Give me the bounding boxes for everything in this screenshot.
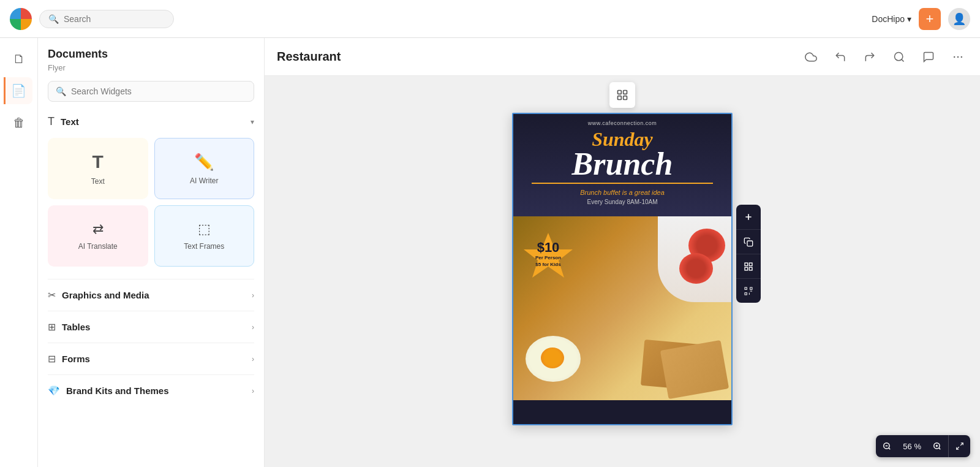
topbar: 🔍 DocHipo ▾ + 👤 (0, 0, 980, 38)
svg-line-25 (889, 448, 891, 450)
price-badge-wrapper: $10 Per Person $5 for Kids (521, 230, 576, 287)
icon-sidebar: 🗋 📄 🗑 (0, 38, 38, 467)
canvas-toolbar: Restaurant (265, 38, 980, 76)
grid-tool-btn[interactable] (736, 254, 761, 278)
graphics-media-header[interactable]: ✂ Graphics and Media › (48, 288, 254, 302)
egg-yolk (541, 347, 564, 368)
redo-icon[interactable] (860, 47, 880, 67)
flyer[interactable]: www.cafeconnection.com Sunday Brunch Bru… (512, 113, 733, 425)
svg-line-1 (902, 59, 904, 61)
canvas-content[interactable]: www.cafeconnection.com Sunday Brunch Bru… (265, 76, 980, 467)
widget-text-card[interactable]: T Text (48, 138, 148, 199)
fullscreen-button[interactable] (948, 435, 970, 457)
svg-rect-8 (624, 96, 627, 100)
brand-kits-chevron: › (252, 387, 254, 395)
forms-label: Forms (62, 354, 90, 364)
global-search-input[interactable] (64, 14, 162, 24)
widget-ai-writer-card[interactable]: ✏️ AI Writer (154, 138, 255, 199)
flyer-container[interactable]: www.cafeconnection.com Sunday Brunch Bru… (512, 113, 733, 425)
widget-ai-translate-card[interactable]: ⇄ AI Translate (48, 205, 148, 267)
svg-rect-12 (745, 263, 748, 266)
svg-rect-15 (749, 267, 752, 270)
widget-search-input[interactable] (71, 86, 246, 96)
tables-chevron: › (252, 323, 254, 332)
text-frames-card-label: Text Frames (184, 242, 224, 251)
more-options-icon[interactable] (948, 47, 968, 67)
forms-section: ⊟ Forms › (48, 343, 254, 374)
user-avatar[interactable]: 👤 (948, 8, 970, 30)
canvas-top-tool[interactable] (609, 82, 635, 108)
search-canvas-icon[interactable] (889, 47, 909, 67)
text-card-icon: T (92, 151, 104, 172)
cloud-save-icon[interactable] (801, 47, 821, 67)
forms-header[interactable]: ⊟ Forms › (48, 352, 254, 366)
document-title: Restaurant (277, 50, 341, 64)
graphics-media-chevron: › (252, 291, 254, 300)
flyer-divider (532, 183, 713, 184)
text-section-chevron: ▾ (251, 118, 254, 126)
section-left: 💎 Brand Kits and Themes (48, 385, 169, 397)
section-header-left: T Text (48, 115, 79, 128)
text-section-title: Text (61, 116, 79, 127)
tables-label: Tables (62, 322, 90, 332)
svg-line-28 (939, 448, 941, 450)
svg-rect-6 (624, 91, 627, 94)
brand-kits-label: Brand Kits and Themes (66, 385, 169, 396)
forms-icon: ⊟ (48, 353, 56, 365)
tables-header[interactable]: ⊞ Tables › (48, 320, 254, 334)
zoom-controls: 56 % (876, 435, 970, 457)
text-section-header[interactable]: T Text ▾ (48, 114, 254, 129)
comment-icon[interactable] (919, 47, 938, 67)
food-bg: $10 Per Person $5 for Kids (513, 216, 731, 400)
chevron-down-icon: ▾ (907, 14, 911, 24)
ai-translate-card-label: AI Translate (78, 242, 118, 251)
undo-icon[interactable] (831, 47, 850, 67)
zoom-in-button[interactable] (926, 435, 948, 457)
panel-subtitle: Flyer (48, 63, 254, 72)
section-left: ✂ Graphics and Media (48, 289, 149, 301)
flyer-brunch: Brunch (513, 150, 731, 179)
add-tool-btn[interactable] (736, 205, 761, 229)
svg-rect-5 (618, 91, 622, 94)
widget-search-box[interactable]: 🔍 (48, 81, 254, 102)
widget-text-frames-card[interactable]: ⬚ Text Frames (154, 205, 255, 267)
global-search-box[interactable]: 🔍 (39, 10, 174, 28)
svg-line-32 (956, 447, 959, 449)
app-logo[interactable] (10, 8, 32, 30)
copy-tool-btn[interactable] (736, 229, 761, 254)
sidebar-item-widgets[interactable]: 📄 (4, 77, 32, 104)
sidebar-item-trash[interactable]: 🗑 (6, 109, 32, 136)
svg-rect-17 (750, 287, 752, 289)
qr-tool-btn[interactable] (736, 278, 761, 303)
price-desc2: $5 for Kids (521, 261, 576, 268)
workspace-selector[interactable]: DocHipo ▾ (872, 14, 911, 24)
trash-icon: 🗑 (13, 116, 25, 130)
sidebar-item-document[interactable]: 🗋 (6, 45, 32, 72)
text-frames-card-icon: ⬚ (198, 221, 211, 237)
svg-line-31 (960, 443, 963, 446)
widgets-panel: Documents Flyer 🔍 T Text ▾ T Text ✏️ AI … (38, 38, 265, 467)
tomato-slice-2 (679, 253, 713, 284)
tables-section: ⊞ Tables › (48, 311, 254, 343)
forms-chevron: › (252, 355, 254, 363)
text-widget-grid: T Text ✏️ AI Writer ⇄ AI Translate ⬚ Tex… (48, 138, 254, 267)
svg-rect-16 (745, 287, 747, 289)
svg-point-4 (961, 56, 963, 58)
widgets-icon: 📄 (11, 83, 26, 98)
flyer-time: Every Sunday 8AM-10AM (513, 199, 731, 205)
toast-1 (660, 340, 729, 399)
tables-icon: ⊞ (48, 321, 56, 333)
brand-kits-icon: 💎 (48, 385, 60, 397)
document-icon: 🗋 (13, 52, 25, 66)
zoom-level: 56 % (898, 442, 926, 451)
section-left: ⊞ Tables (48, 321, 90, 333)
graphics-media-icon: ✂ (48, 289, 56, 301)
ai-writer-card-icon: ✏️ (194, 153, 214, 172)
zoom-out-button[interactable] (876, 435, 898, 457)
svg-rect-7 (618, 96, 622, 100)
svg-rect-14 (745, 267, 748, 270)
graphics-media-label: Graphics and Media (62, 290, 149, 300)
brand-kits-header[interactable]: 💎 Brand Kits and Themes › (48, 384, 254, 398)
svg-rect-13 (749, 263, 752, 266)
add-button[interactable]: + (919, 8, 941, 30)
